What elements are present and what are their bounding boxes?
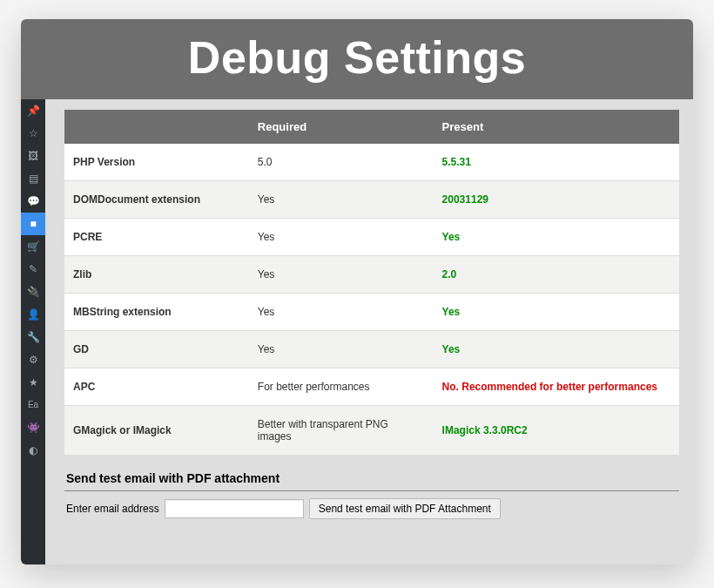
- requirement-required: Yes: [249, 219, 434, 256]
- sidebar-item-star[interactable]: ☆: [21, 122, 45, 145]
- requirement-name: DOMDocument extension: [64, 181, 249, 219]
- user-icon: 👤: [27, 309, 40, 320]
- sidebar-item-collapse[interactable]: ◐: [21, 439, 45, 462]
- email-input[interactable]: [165, 499, 304, 518]
- sidebar-item-pages[interactable]: ▤: [21, 167, 45, 190]
- requirement-present: IMagick 3.3.0RC2: [434, 406, 679, 456]
- table-row: GMagick or IMagickBetter with transparen…: [64, 406, 679, 456]
- requirement-name: APC: [64, 368, 249, 406]
- requirement-present: 20031129: [434, 181, 679, 219]
- woo-icon: ■: [30, 219, 36, 229]
- requirement-required: Better with transparent PNG images: [249, 406, 434, 456]
- table-row: PCREYesYes: [64, 219, 679, 256]
- email-section-heading: Send test email with PDF attachment: [64, 463, 679, 491]
- sidebar-item-star2[interactable]: ★: [21, 371, 45, 394]
- plugin-icon: 🔌: [27, 287, 40, 297]
- email-form-row: Enter email address Send test email with…: [64, 491, 679, 526]
- sidebar-item-cart[interactable]: 🛒: [21, 235, 45, 258]
- pages-icon: ▤: [29, 173, 38, 184]
- requirement-name: PHP Version: [64, 144, 249, 181]
- requirement-present: 5.5.31: [434, 144, 679, 181]
- eyedropper-icon: ✎: [29, 264, 37, 274]
- requirement-name: GMagick or IMagick: [64, 406, 249, 456]
- app-window: Debug Settings 📌 ☆ 🖾 ▤ 💬 ■ 🛒 ✎ 🔌 👤 🔧 ⚙ ★…: [21, 19, 693, 564]
- media-icon: 🖾: [28, 151, 38, 161]
- sidebar-item-woo[interactable]: ■: [21, 213, 45, 235]
- requirement-present: Yes: [434, 331, 679, 368]
- requirement-required: Yes: [249, 331, 434, 368]
- table-header-required: Required: [249, 110, 434, 144]
- requirement-required: For better performances: [249, 368, 434, 406]
- wrench-icon: 🔧: [27, 332, 40, 342]
- requirement-present: Yes: [434, 219, 679, 256]
- table-row: APCFor better performancesNo. Recommende…: [64, 368, 679, 406]
- requirement-name: GD: [64, 331, 249, 368]
- requirement-present: No. Recommended for better performances: [434, 368, 679, 406]
- requirement-required: Yes: [249, 181, 434, 219]
- requirement-name: Zlib: [64, 256, 249, 294]
- sidebar-item-tools[interactable]: 🔧: [21, 326, 45, 348]
- sidebar-item-monster[interactable]: 👾: [21, 416, 45, 439]
- requirement-required: Yes: [249, 256, 434, 294]
- sidebar-item-media[interactable]: 🖾: [21, 145, 45, 167]
- table-header-name: [64, 110, 249, 144]
- requirement-name: PCRE: [64, 219, 249, 256]
- sliders-icon: ⚙: [29, 355, 38, 365]
- send-test-email-button[interactable]: Send test email with PDF Attachment: [309, 498, 501, 519]
- comment-icon: 💬: [27, 196, 40, 206]
- requirement-present: 2.0: [434, 256, 679, 294]
- pin-icon: 📌: [27, 105, 40, 116]
- page-title: Debug Settings: [21, 19, 693, 99]
- table-row: GDYesYes: [64, 331, 679, 368]
- ea-icon: Ea: [28, 401, 38, 409]
- sidebar-item-eyedrop[interactable]: ✎: [21, 258, 45, 280]
- table-header-present: Present: [434, 110, 679, 144]
- sidebar-item-plug[interactable]: 🔌: [21, 280, 45, 303]
- requirement-name: MBString extension: [64, 294, 249, 331]
- sidebar-item-pin[interactable]: 📌: [21, 99, 45, 122]
- table-row: ZlibYes2.0: [64, 256, 679, 294]
- table-row: DOMDocument extensionYes20031129: [64, 181, 679, 219]
- table-row: PHP Version5.05.5.31: [64, 144, 679, 181]
- requirement-required: 5.0: [249, 144, 434, 181]
- requirement-required: Yes: [249, 294, 434, 331]
- collapse-icon: ◐: [29, 445, 37, 456]
- star-filled-icon: ★: [29, 377, 38, 388]
- sidebar-item-comments[interactable]: 💬: [21, 190, 45, 213]
- sidebar-item-settings[interactable]: ⚙: [21, 348, 45, 371]
- main-panel: Required Present PHP Version5.05.5.31DOM…: [45, 99, 693, 564]
- star-icon: ☆: [29, 128, 38, 139]
- email-label: Enter email address: [66, 503, 159, 515]
- content-area: 📌 ☆ 🖾 ▤ 💬 ■ 🛒 ✎ 🔌 👤 🔧 ⚙ ★ Ea 👾 ◐ Requir: [21, 99, 693, 564]
- table-row: MBString extensionYesYes: [64, 294, 679, 331]
- requirement-present: Yes: [434, 294, 679, 331]
- admin-sidebar: 📌 ☆ 🖾 ▤ 💬 ■ 🛒 ✎ 🔌 👤 🔧 ⚙ ★ Ea 👾 ◐: [21, 99, 45, 564]
- requirements-table: Required Present PHP Version5.05.5.31DOM…: [64, 110, 679, 456]
- sidebar-item-ea[interactable]: Ea: [21, 394, 45, 416]
- monster-icon: 👾: [27, 422, 40, 433]
- sidebar-item-users[interactable]: 👤: [21, 303, 45, 326]
- cart-icon: 🛒: [27, 241, 40, 252]
